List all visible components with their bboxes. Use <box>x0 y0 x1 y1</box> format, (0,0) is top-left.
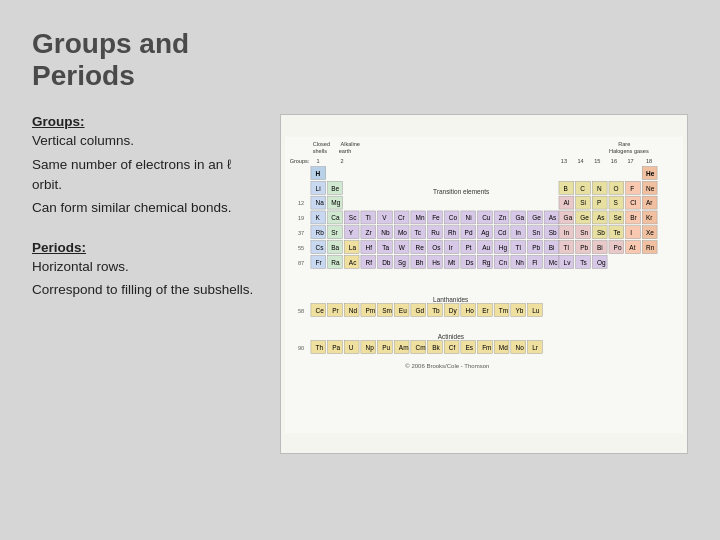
svg-text:Cd: Cd <box>498 229 507 236</box>
svg-text:Fe: Fe <box>432 215 440 222</box>
svg-text:As: As <box>549 215 557 222</box>
svg-text:S: S <box>614 200 619 207</box>
svg-text:Pt: Pt <box>465 244 471 251</box>
svg-text:Zr: Zr <box>366 229 373 236</box>
svg-text:Ce: Ce <box>316 307 325 314</box>
svg-text:2: 2 <box>341 158 344 164</box>
slide-title: Groups andPeriods <box>32 28 688 92</box>
svg-text:U: U <box>349 344 354 351</box>
periods-item-1: Horizontal rows. <box>32 257 262 277</box>
svg-text:La: La <box>349 244 357 251</box>
svg-text:Og: Og <box>597 259 606 267</box>
groups-label: Groups: <box>32 114 262 129</box>
svg-text:Rf: Rf <box>366 259 373 266</box>
svg-text:Hf: Hf <box>366 244 373 251</box>
svg-text:Ca: Ca <box>331 215 340 222</box>
svg-text:Cr: Cr <box>398 215 406 222</box>
svg-text:B: B <box>564 185 568 192</box>
svg-text:Tm: Tm <box>499 307 508 314</box>
svg-text:Ta: Ta <box>382 244 389 251</box>
groups-section: Groups: Vertical columns. Same number of… <box>32 114 262 217</box>
svg-text:Lr: Lr <box>532 344 539 351</box>
svg-text:Ba: Ba <box>331 244 339 251</box>
svg-text:Md: Md <box>499 344 508 351</box>
svg-text:Tl: Tl <box>515 244 520 251</box>
svg-text:16: 16 <box>611 158 617 164</box>
svg-text:Closed: Closed <box>313 142 330 148</box>
periodic-table-image: Closed shells Alkaline earth Rare Haloge… <box>280 114 688 454</box>
svg-text:Pb: Pb <box>580 244 588 251</box>
svg-text:Sg: Sg <box>398 259 406 267</box>
table-container: Closed shells Alkaline earth Rare Haloge… <box>281 115 687 453</box>
svg-text:Lu: Lu <box>532 307 540 314</box>
svg-text:Ac: Ac <box>349 259 357 266</box>
svg-text:87: 87 <box>298 260 304 266</box>
svg-text:V: V <box>382 215 387 222</box>
svg-text:C: C <box>580 185 585 192</box>
svg-text:Cl: Cl <box>630 200 636 207</box>
svg-text:Rare: Rare <box>618 142 630 148</box>
svg-text:Zn: Zn <box>499 215 507 222</box>
svg-text:Mo: Mo <box>398 229 407 236</box>
svg-text:Np: Np <box>366 344 375 352</box>
svg-text:Mc: Mc <box>549 259 558 266</box>
svg-text:shells: shells <box>313 148 327 154</box>
svg-text:He: He <box>646 170 655 177</box>
svg-text:Sn: Sn <box>532 229 540 236</box>
svg-text:N: N <box>597 185 602 192</box>
svg-text:1: 1 <box>316 158 319 164</box>
svg-text:Os: Os <box>432 244 440 251</box>
svg-text:Ds: Ds <box>465 259 473 266</box>
svg-text:90: 90 <box>298 345 304 351</box>
svg-text:No: No <box>515 344 524 351</box>
groups-item-1: Vertical columns. <box>32 131 262 151</box>
svg-text:Nh: Nh <box>515 259 524 266</box>
svg-text:As: As <box>597 215 605 222</box>
svg-text:Am: Am <box>399 344 409 351</box>
svg-text:Ar: Ar <box>646 200 653 207</box>
svg-text:Rh: Rh <box>448 229 457 236</box>
svg-text:Na: Na <box>316 200 325 207</box>
svg-text:Sb: Sb <box>549 229 557 236</box>
svg-text:17: 17 <box>627 158 633 164</box>
svg-text:37: 37 <box>298 230 304 236</box>
svg-text:At: At <box>629 244 635 251</box>
svg-text:Ga: Ga <box>564 215 573 222</box>
svg-text:Ho: Ho <box>465 307 474 314</box>
svg-text:Br: Br <box>630 215 637 222</box>
svg-text:Te: Te <box>614 229 621 236</box>
svg-text:In: In <box>564 229 570 236</box>
svg-text:Ts: Ts <box>580 259 586 266</box>
svg-text:Cm: Cm <box>416 344 426 351</box>
svg-text:P: P <box>597 200 601 207</box>
svg-text:Cn: Cn <box>499 259 508 266</box>
svg-text:Ne: Ne <box>646 185 655 192</box>
svg-text:14: 14 <box>577 158 583 164</box>
groups-item-2: Same number of electrons in an ℓ orbit. <box>32 155 262 194</box>
svg-text:Actinides: Actinides <box>438 333 464 340</box>
svg-text:Hg: Hg <box>499 244 508 252</box>
svg-text:Fm: Fm <box>482 344 491 351</box>
svg-text:Sc: Sc <box>349 215 357 222</box>
svg-text:Sm: Sm <box>382 307 392 314</box>
svg-text:Ni: Ni <box>465 215 471 222</box>
svg-text:Bi: Bi <box>549 244 555 251</box>
svg-text:Nd: Nd <box>349 307 358 314</box>
svg-text:Ti: Ti <box>366 215 371 222</box>
svg-text:Er: Er <box>482 307 489 314</box>
svg-text:Al: Al <box>564 200 570 207</box>
svg-text:13: 13 <box>561 158 567 164</box>
svg-text:18: 18 <box>646 158 652 164</box>
svg-text:Halogens gases: Halogens gases <box>609 148 649 154</box>
svg-text:earth: earth <box>339 148 352 154</box>
svg-text:Lv: Lv <box>564 259 572 266</box>
periods-label: Periods: <box>32 240 262 255</box>
groups-item-3: Can form similar chemical bonds. <box>32 198 262 218</box>
svg-text:Li: Li <box>316 185 321 192</box>
svg-text:Fl: Fl <box>532 259 537 266</box>
svg-text:In: In <box>515 229 521 236</box>
svg-text:Be: Be <box>331 185 339 192</box>
svg-text:Rg: Rg <box>482 259 491 267</box>
svg-text:Ru: Ru <box>431 229 440 236</box>
svg-text:Gd: Gd <box>416 307 425 314</box>
